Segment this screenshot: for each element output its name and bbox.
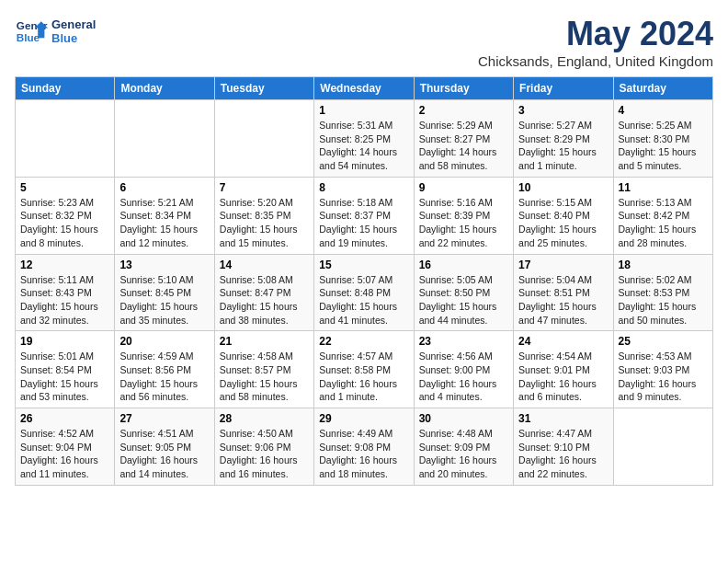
weekday-header-wednesday: Wednesday	[314, 77, 414, 100]
day-number: 1	[319, 104, 408, 117]
day-info: Sunrise: 5:27 AMSunset: 8:29 PMDaylight:…	[518, 119, 608, 173]
day-number: 14	[220, 259, 309, 271]
day-info: Sunrise: 5:15 AMSunset: 8:40 PMDaylight:…	[518, 196, 608, 250]
day-number: 4	[619, 104, 708, 117]
calendar-cell: 29Sunrise: 4:49 AMSunset: 9:08 PMDayligh…	[314, 408, 414, 486]
calendar-cell: 19Sunrise: 5:01 AMSunset: 8:54 PMDayligh…	[16, 331, 115, 408]
calendar-cell: 14Sunrise: 5:08 AMSunset: 8:47 PMDayligh…	[214, 254, 313, 331]
calendar-cell: 24Sunrise: 4:54 AMSunset: 9:01 PMDayligh…	[514, 331, 613, 408]
logo-blue: Blue	[51, 31, 96, 45]
day-number: 28	[220, 412, 309, 425]
calendar-cell: 13Sunrise: 5:10 AMSunset: 8:45 PMDayligh…	[115, 254, 214, 331]
day-info: Sunrise: 5:02 AMSunset: 8:53 PMDaylight:…	[619, 273, 708, 327]
calendar-cell: 21Sunrise: 4:58 AMSunset: 8:57 PMDayligh…	[214, 331, 313, 408]
month-title: May 2024	[478, 15, 713, 53]
day-info: Sunrise: 5:21 AMSunset: 8:34 PMDaylight:…	[119, 196, 209, 250]
calendar-cell: 18Sunrise: 5:02 AMSunset: 8:53 PMDayligh…	[613, 254, 712, 331]
calendar-cell: 6Sunrise: 5:21 AMSunset: 8:34 PMDaylight…	[115, 177, 214, 254]
day-info: Sunrise: 4:53 AMSunset: 9:03 PMDaylight:…	[619, 350, 708, 404]
location: Chicksands, England, United Kingdom	[478, 53, 713, 69]
calendar-week-4: 19Sunrise: 5:01 AMSunset: 8:54 PMDayligh…	[16, 331, 713, 408]
day-info: Sunrise: 5:05 AMSunset: 8:50 PMDaylight:…	[419, 273, 508, 327]
day-info: Sunrise: 5:18 AMSunset: 8:37 PMDaylight:…	[319, 196, 408, 250]
calendar-cell: 4Sunrise: 5:25 AMSunset: 8:30 PMDaylight…	[613, 100, 712, 178]
day-number: 21	[220, 335, 309, 348]
day-number: 31	[518, 412, 608, 425]
day-number: 29	[319, 412, 408, 425]
day-number: 15	[319, 259, 408, 271]
day-info: Sunrise: 4:59 AMSunset: 8:56 PMDaylight:…	[119, 350, 209, 404]
calendar-cell: 26Sunrise: 4:52 AMSunset: 9:04 PMDayligh…	[16, 408, 115, 486]
day-number: 8	[319, 181, 408, 194]
day-number: 11	[619, 181, 708, 194]
day-number: 2	[419, 104, 508, 117]
calendar-cell	[214, 100, 313, 178]
day-info: Sunrise: 4:58 AMSunset: 8:57 PMDaylight:…	[220, 350, 309, 404]
calendar-week-2: 5Sunrise: 5:23 AMSunset: 8:32 PMDaylight…	[16, 177, 713, 254]
weekday-header-monday: Monday	[115, 77, 214, 100]
day-info: Sunrise: 4:56 AMSunset: 9:00 PMDaylight:…	[419, 350, 508, 404]
day-number: 27	[119, 412, 209, 425]
day-info: Sunrise: 5:01 AMSunset: 8:54 PMDaylight:…	[20, 350, 109, 404]
calendar-cell: 8Sunrise: 5:18 AMSunset: 8:37 PMDaylight…	[314, 177, 414, 254]
day-info: Sunrise: 5:07 AMSunset: 8:48 PMDaylight:…	[319, 273, 408, 327]
day-number: 25	[619, 335, 708, 348]
day-info: Sunrise: 4:49 AMSunset: 9:08 PMDaylight:…	[319, 427, 408, 481]
day-number: 6	[119, 181, 209, 194]
day-info: Sunrise: 5:11 AMSunset: 8:43 PMDaylight:…	[20, 273, 109, 327]
day-number: 18	[619, 259, 708, 271]
weekday-header-sunday: Sunday	[16, 77, 115, 100]
calendar-week-1: 1Sunrise: 5:31 AMSunset: 8:25 PMDaylight…	[16, 100, 713, 178]
calendar-cell: 15Sunrise: 5:07 AMSunset: 8:48 PMDayligh…	[314, 254, 414, 331]
day-number: 3	[518, 104, 608, 117]
day-info: Sunrise: 5:29 AMSunset: 8:27 PMDaylight:…	[419, 119, 508, 173]
day-number: 30	[419, 412, 508, 425]
calendar-cell: 2Sunrise: 5:29 AMSunset: 8:27 PMDaylight…	[414, 100, 513, 178]
weekday-header-thursday: Thursday	[414, 77, 513, 100]
calendar-cell	[613, 408, 712, 486]
calendar-cell	[115, 100, 214, 178]
day-info: Sunrise: 5:20 AMSunset: 8:35 PMDaylight:…	[220, 196, 309, 250]
calendar-cell: 11Sunrise: 5:13 AMSunset: 8:42 PMDayligh…	[613, 177, 712, 254]
day-info: Sunrise: 4:51 AMSunset: 9:05 PMDaylight:…	[119, 427, 209, 481]
day-info: Sunrise: 4:47 AMSunset: 9:10 PMDaylight:…	[518, 427, 608, 481]
day-info: Sunrise: 5:13 AMSunset: 8:42 PMDaylight:…	[619, 196, 708, 250]
day-info: Sunrise: 5:10 AMSunset: 8:45 PMDaylight:…	[119, 273, 209, 327]
calendar-cell: 1Sunrise: 5:31 AMSunset: 8:25 PMDaylight…	[314, 100, 414, 178]
day-info: Sunrise: 4:54 AMSunset: 9:01 PMDaylight:…	[518, 350, 608, 404]
day-number: 9	[419, 181, 508, 194]
day-number: 20	[119, 335, 209, 348]
calendar-cell: 22Sunrise: 4:57 AMSunset: 8:58 PMDayligh…	[314, 331, 414, 408]
calendar-cell: 20Sunrise: 4:59 AMSunset: 8:56 PMDayligh…	[115, 331, 214, 408]
calendar-cell: 12Sunrise: 5:11 AMSunset: 8:43 PMDayligh…	[16, 254, 115, 331]
weekday-header-row: SundayMondayTuesdayWednesdayThursdayFrid…	[16, 77, 713, 100]
calendar-cell: 7Sunrise: 5:20 AMSunset: 8:35 PMDaylight…	[214, 177, 313, 254]
logo-general: General	[51, 17, 96, 31]
calendar-cell: 23Sunrise: 4:56 AMSunset: 9:00 PMDayligh…	[414, 331, 513, 408]
day-number: 19	[20, 335, 109, 348]
calendar-week-3: 12Sunrise: 5:11 AMSunset: 8:43 PMDayligh…	[16, 254, 713, 331]
svg-text:Blue: Blue	[17, 31, 40, 43]
weekday-header-tuesday: Tuesday	[214, 77, 313, 100]
day-info: Sunrise: 5:04 AMSunset: 8:51 PMDaylight:…	[518, 273, 608, 327]
day-info: Sunrise: 4:48 AMSunset: 9:09 PMDaylight:…	[419, 427, 508, 481]
day-info: Sunrise: 5:23 AMSunset: 8:32 PMDaylight:…	[20, 196, 109, 250]
day-info: Sunrise: 4:57 AMSunset: 8:58 PMDaylight:…	[319, 350, 408, 404]
day-info: Sunrise: 4:50 AMSunset: 9:06 PMDaylight:…	[220, 427, 309, 481]
calendar-cell	[16, 100, 115, 178]
calendar-cell: 27Sunrise: 4:51 AMSunset: 9:05 PMDayligh…	[115, 408, 214, 486]
calendar-cell: 3Sunrise: 5:27 AMSunset: 8:29 PMDaylight…	[514, 100, 613, 178]
calendar-table: SundayMondayTuesdayWednesdayThursdayFrid…	[15, 76, 713, 486]
calendar-cell: 5Sunrise: 5:23 AMSunset: 8:32 PMDaylight…	[16, 177, 115, 254]
calendar-cell: 10Sunrise: 5:15 AMSunset: 8:40 PMDayligh…	[514, 177, 613, 254]
day-number: 24	[518, 335, 608, 348]
calendar-cell: 30Sunrise: 4:48 AMSunset: 9:09 PMDayligh…	[414, 408, 513, 486]
calendar-cell: 28Sunrise: 4:50 AMSunset: 9:06 PMDayligh…	[214, 408, 313, 486]
day-number: 13	[119, 259, 209, 271]
day-info: Sunrise: 5:25 AMSunset: 8:30 PMDaylight:…	[619, 119, 708, 173]
calendar-cell: 9Sunrise: 5:16 AMSunset: 8:39 PMDaylight…	[414, 177, 513, 254]
day-number: 22	[319, 335, 408, 348]
day-info: Sunrise: 5:08 AMSunset: 8:47 PMDaylight:…	[220, 273, 309, 327]
calendar-week-5: 26Sunrise: 4:52 AMSunset: 9:04 PMDayligh…	[16, 408, 713, 486]
day-number: 26	[20, 412, 109, 425]
